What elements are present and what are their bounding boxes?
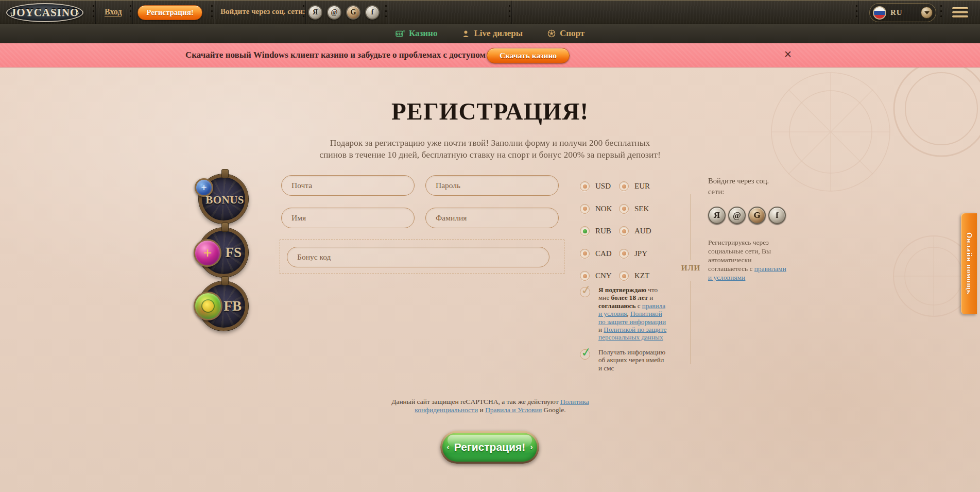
top-social-buttons: Я @ G f	[308, 5, 380, 20]
slots-icon: $$$	[396, 30, 405, 38]
language-selector[interactable]: RU	[869, 3, 936, 22]
google-terms-link[interactable]: Правила и Условия	[485, 406, 542, 414]
currency-option-kzt[interactable]: KZT	[619, 271, 658, 281]
right-arrow-icon: ›	[530, 442, 533, 452]
currency-option-nok[interactable]: NOK	[580, 204, 619, 214]
mailru-icon[interactable]: @	[728, 207, 746, 224]
medallion-label: BONUS	[205, 194, 244, 207]
terms-checkbox-row: ✓ Я подтверждаю что мне более 18 лет и с…	[580, 286, 668, 342]
vertical-divider	[691, 194, 691, 260]
freespins-medallion[interactable]: + FS	[199, 228, 248, 277]
main-nav: $$$ Казино Live дилеры Спорт	[0, 24, 980, 43]
nav-tab-casino[interactable]: $$$ Казино	[396, 28, 438, 39]
currency-options: USD EUR NOK SEK RUB AUD CAD JPY CNY KZT	[580, 175, 658, 287]
submit-label: Регистрация!	[454, 441, 525, 453]
facebook-icon[interactable]: f	[768, 207, 786, 224]
social-terms-note: Регистрируясь через социальные сети, Вы …	[708, 238, 788, 282]
language-code: RU	[890, 8, 903, 17]
nav-label: Казино	[409, 28, 438, 39]
first-name-input[interactable]	[281, 208, 415, 228]
check-icon: ✓	[580, 282, 592, 298]
dealer-icon	[462, 30, 470, 38]
google-icon[interactable]: G	[346, 5, 360, 20]
russia-flag-icon	[873, 6, 886, 20]
nav-tab-sport[interactable]: Спорт	[547, 28, 584, 39]
promo-checkbox[interactable]: ✓	[580, 349, 590, 360]
password-input[interactable]	[425, 175, 559, 196]
nav-tab-live-dealers[interactable]: Live дилеры	[462, 28, 523, 39]
vertical-divider	[691, 281, 691, 364]
currency-option-sek[interactable]: SEK	[619, 204, 658, 214]
social-login-buttons: Я @ G f	[708, 207, 788, 224]
hamburger-menu-icon[interactable]	[952, 7, 968, 18]
joycasino-logo[interactable]: JOYCASINO	[6, 3, 83, 22]
banner-text: Скачайте новый Windows клиент казино и з…	[185, 50, 486, 60]
currency-option-rub[interactable]: RUB	[580, 226, 619, 236]
currency-option-aud[interactable]: AUD	[619, 226, 658, 236]
radio-icon	[619, 249, 629, 259]
freespins-orb-icon: +	[194, 239, 221, 267]
freebet-medallion[interactable]: FB	[199, 281, 248, 331]
radio-icon	[580, 204, 590, 214]
sport-ball-icon	[547, 29, 556, 38]
promo-checkbox-label: Получать информацию об акциях через имей…	[598, 348, 668, 372]
nav-label: Live дилеры	[474, 28, 523, 39]
currency-option-jpy[interactable]: JPY	[619, 249, 658, 259]
check-icon: ✓	[580, 345, 592, 360]
logo-text: JOYCASINO	[11, 6, 79, 19]
close-icon[interactable]: ✕	[784, 48, 792, 60]
google-icon[interactable]: G	[748, 207, 766, 224]
download-banner: Скачайте новый Windows клиент казино и з…	[0, 43, 980, 67]
bonus-medallion[interactable]: + BONUS	[199, 174, 248, 224]
radio-icon	[580, 271, 590, 281]
rivet-seam	[856, 1, 863, 25]
radio-icon	[619, 271, 629, 281]
medallion-label: FB	[223, 298, 242, 314]
personal-data-policy-link[interactable]: Политикой по защите персональных данных	[598, 326, 666, 341]
svg-text:$$$: $$$	[396, 32, 403, 36]
email-input[interactable]	[281, 175, 415, 196]
radio-icon	[580, 181, 590, 191]
yandex-icon[interactable]: Я	[308, 5, 322, 20]
page: JOYCASINO Вход Регистрация! Войдите чере…	[0, 0, 980, 492]
rivet-seam	[93, 1, 99, 25]
medallion-label: FS	[225, 245, 242, 261]
online-help-tab[interactable]: Онлайн помощь	[961, 213, 977, 314]
top-bar: JOYCASINO Вход Регистрация! Войдите чере…	[0, 0, 980, 24]
currency-option-eur[interactable]: EUR	[619, 181, 658, 191]
freebet-orb-icon	[194, 292, 222, 320]
terms-checkbox[interactable]: ✓	[580, 287, 590, 297]
mailru-icon[interactable]: @	[327, 5, 341, 20]
registration-page: РЕГИСТРАЦИЯ! Подарок за регистрацию уже …	[0, 67, 980, 492]
rivet-seam	[385, 1, 392, 25]
language-dropdown-button[interactable]	[921, 7, 933, 19]
register-top-button[interactable]: Регистрация!	[137, 5, 202, 20]
download-casino-button[interactable]: Скачать казино	[487, 48, 570, 63]
facebook-icon[interactable]: f	[365, 5, 380, 20]
or-label: ИЛИ	[677, 264, 705, 273]
currency-option-usd[interactable]: USD	[580, 181, 619, 191]
register-submit-button[interactable]: ‹ Регистрация! ›	[440, 431, 539, 464]
rivet-seam	[130, 1, 136, 25]
chevron-down-icon	[924, 11, 930, 14]
last-name-input[interactable]	[425, 208, 559, 228]
social-login-column: Войдите через соц. сети: Я @ G f Регистр…	[708, 176, 788, 282]
page-title: РЕГИСТРАЦИЯ!	[0, 97, 980, 125]
yandex-icon[interactable]: Я	[708, 207, 726, 224]
left-arrow-icon: ‹	[446, 442, 450, 452]
recaptcha-notice: Данный сайт защищен reCAPTCHA, а так же …	[387, 398, 593, 414]
social-column-title: Войдите через соц. сети:	[708, 176, 788, 197]
radio-icon	[580, 249, 590, 259]
radio-icon	[580, 226, 590, 236]
bonus-code-input[interactable]	[287, 247, 549, 267]
currency-option-cad[interactable]: CAD	[580, 249, 619, 259]
radio-icon	[619, 181, 629, 191]
rivet-seam	[211, 1, 218, 25]
rivet-seam	[509, 1, 515, 25]
radio-icon	[619, 204, 629, 214]
login-link[interactable]: Вход	[105, 7, 122, 17]
social-login-prompt: Войдите через соц. сети:	[220, 7, 305, 16]
radio-icon	[619, 226, 629, 236]
bonus-medallions: + BONUS + FS FB	[192, 174, 264, 335]
currency-option-cny[interactable]: CNY	[580, 271, 619, 281]
